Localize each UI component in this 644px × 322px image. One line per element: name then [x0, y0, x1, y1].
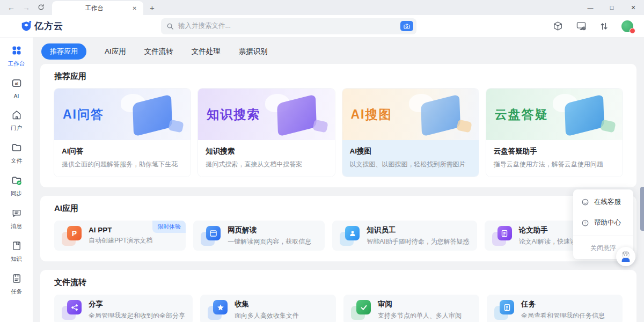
card-title: 云盘答疑助手: [494, 147, 615, 156]
app-window: ← → 工作台 ✕ + — □ ✕: [0, 0, 644, 322]
side-nav: 工作台 ai AI 门户: [0, 38, 33, 322]
svg-text:?: ?: [584, 221, 587, 225]
item-webpage-reader[interactable]: 网页解读 一键解读网页内容，获取信息: [193, 221, 325, 251]
tab-file-process[interactable]: 文件处理: [192, 47, 221, 56]
back-icon[interactable]: ←: [8, 4, 15, 11]
card-desc: 指导云盘使用方法，解答云盘使用问题: [494, 160, 615, 169]
webpage-icon: [201, 225, 221, 246]
assistant-mascot-icon[interactable]: [616, 247, 635, 266]
tab-ai-apps[interactable]: AI应用: [105, 47, 126, 56]
scrollbar-thumb[interactable]: [640, 187, 644, 231]
item-share[interactable]: 分享 全局管理我发起和收到的全部分享: [54, 295, 193, 322]
card-desc: 以文搜图、以图搜图，轻松找到所需图片: [350, 160, 471, 169]
section-title: AI应用: [54, 203, 623, 214]
tab-file-flow[interactable]: 文件流转: [144, 47, 173, 56]
browser-tab[interactable]: 工作台 ✕: [52, 1, 143, 15]
device-settings-icon[interactable]: [576, 21, 587, 31]
sidebar-label: AI: [14, 93, 19, 99]
portal-home-icon: [11, 109, 22, 122]
card-illustration: 云盘答疑: [486, 89, 623, 140]
card-title: AI问答: [62, 147, 183, 156]
tab-receipt-ocr[interactable]: 票据识别: [239, 47, 268, 56]
tasks-notebook-icon: [11, 273, 22, 286]
svg-text:ai: ai: [14, 81, 18, 86]
card-title: 知识搜索: [206, 147, 327, 156]
forward-icon[interactable]: →: [23, 4, 30, 11]
knowledge-book-icon: [11, 240, 22, 253]
ai-apps-section: AI应用 P AI PPT 自动创建PPT演示文档 限时体验: [40, 196, 636, 261]
card-knowledge-search[interactable]: 知识搜索 知识搜索 提问式搜索，直接从文档中搜答案: [198, 89, 334, 177]
sync-folder-icon: [11, 175, 22, 188]
share-icon: [62, 299, 82, 320]
section-title: 文件流转: [54, 277, 623, 288]
card-illustration: AI问答: [54, 89, 191, 140]
tab-recommended[interactable]: 推荐应用: [41, 43, 86, 60]
logo-text: 亿方云: [34, 20, 63, 32]
sidebar-label: 文件: [11, 157, 22, 165]
sidebar-label: 消息: [11, 223, 22, 230]
new-tab-icon[interactable]: +: [150, 3, 155, 12]
limited-trial-badge: 限时体验: [152, 221, 186, 233]
search-placeholder: 输入并搜索文件...: [178, 21, 400, 31]
sidebar-label: 工作台: [8, 60, 25, 68]
file-flow-section: 文件流转 分享: [40, 270, 636, 322]
sidebar-item-portal[interactable]: 门户: [0, 109, 33, 132]
maximize-icon[interactable]: □: [601, 0, 623, 15]
close-window-icon[interactable]: ✕: [623, 0, 644, 15]
minimize-icon[interactable]: —: [580, 0, 601, 15]
workbench-grid-icon: [11, 45, 22, 58]
sidebar-label: 任务: [11, 288, 22, 296]
sidebar-item-sync[interactable]: 同步: [0, 175, 33, 197]
sidebar-item-knowledge[interactable]: 知识: [0, 240, 33, 263]
customer-service-icon: [581, 198, 589, 206]
review-check-icon: [351, 299, 371, 320]
card-ai-image-search[interactable]: AI搜图 AI搜图 以文搜图、以图搜图，轻松找到所需图片: [342, 89, 479, 177]
sidebar-item-ai[interactable]: ai AI: [0, 78, 33, 99]
package-cube-icon[interactable]: [553, 21, 563, 31]
item-knowledge-worker[interactable]: 知识员工 智能AI助手随时待命，为您解答疑惑: [332, 221, 477, 251]
sidebar-item-files[interactable]: 文件: [0, 142, 33, 165]
card-cloud-helper[interactable]: 云盘答疑 云盘答疑助手 指导云盘使用方法，解答云盘使用问题: [486, 89, 623, 177]
search-input[interactable]: 输入并搜索文件...: [161, 18, 416, 34]
task-doc-icon: [494, 299, 515, 320]
camera-search-icon[interactable]: [400, 21, 413, 31]
paper-icon: [492, 225, 513, 246]
card-ai-qa[interactable]: AI问答 AI问答 提供全面的问题解答服务，助你笔下生花: [54, 89, 191, 177]
section-title: 推荐应用: [54, 71, 623, 82]
sidebar-label: 同步: [11, 190, 22, 197]
item-task[interactable]: 任务 全局查看和管理我的任务信息: [487, 295, 623, 322]
sidebar-item-tasks[interactable]: 任务: [0, 273, 33, 296]
workbench-content: 推荐应用 AI应用 文件流转 文件处理 票据识别 推荐应用 AI问答 A: [33, 38, 644, 322]
sidebar-item-workbench[interactable]: 工作台: [0, 45, 33, 68]
card-desc: 提问式搜索，直接从文档中搜答案: [206, 160, 327, 169]
user-avatar[interactable]: [621, 20, 633, 32]
category-tabs: 推荐应用 AI应用 文件流转 文件处理 票据识别: [40, 44, 636, 59]
app-header: 亿方云 输入并搜索文件...: [0, 15, 644, 38]
reload-icon[interactable]: [38, 4, 45, 12]
messages-bubble-icon: [11, 208, 22, 221]
help-center-item[interactable]: ? 帮助中心: [573, 213, 633, 233]
online-support-item[interactable]: 在线客服: [573, 192, 633, 213]
transfer-list-icon[interactable]: [599, 21, 609, 31]
card-illustration: 知识搜索: [198, 89, 334, 140]
item-review[interactable]: 审阅 支持多节点的单人、多人审阅: [343, 295, 479, 322]
ai-icon: ai: [11, 78, 22, 91]
card-illustration: AI搜图: [342, 89, 479, 140]
notification-badge: [630, 28, 635, 34]
item-collect[interactable]: 收集 面向多人高效收集文件: [200, 295, 336, 322]
divider: [573, 236, 633, 236]
recommended-section: 推荐应用 AI问答 AI问答 提供全面的问题解答服务，助你笔下生花: [40, 64, 636, 187]
card-desc: 提供全面的问题解答服务，助你笔下生花: [62, 160, 183, 169]
sidebar-label: 门户: [11, 125, 22, 132]
tab-close-icon[interactable]: ✕: [131, 4, 138, 12]
logo-shield-icon: [20, 20, 32, 32]
item-ai-ppt[interactable]: P AI PPT 自动创建PPT演示文档 限时体验: [54, 221, 186, 251]
tab-title: 工作台: [57, 4, 131, 12]
sidebar-item-messages[interactable]: 消息: [0, 208, 33, 230]
person-icon: [340, 225, 360, 246]
files-folder-icon: [11, 142, 22, 155]
logo: 亿方云: [0, 20, 161, 32]
search-icon: [166, 23, 174, 30]
browser-tab-strip: ← → 工作台 ✕ + — □ ✕: [0, 0, 644, 15]
sidebar-label: 知识: [11, 255, 22, 263]
